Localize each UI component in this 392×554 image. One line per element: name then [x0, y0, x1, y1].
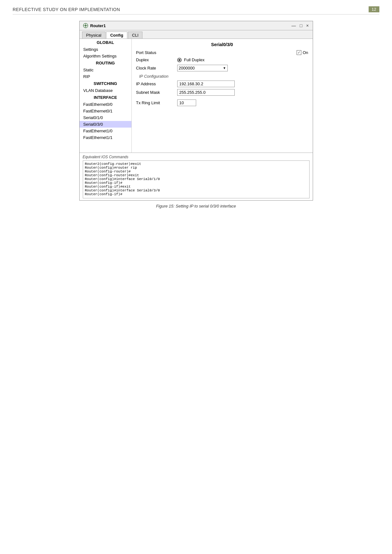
window-title-left: Router1 [83, 23, 106, 28]
port-status-checkbox-group: ✓ On [297, 50, 308, 55]
window-body: GLOBAL Settings Algorithm Settings ROUTI… [80, 39, 313, 153]
router-icon [83, 23, 88, 28]
sidebar-item-fastethernet1-1[interactable]: FastEthernet1/1 [80, 134, 131, 141]
cli-output[interactable]: Router2(config-router)#exit Router(confi… [83, 160, 310, 198]
minimize-button[interactable]: — [291, 23, 297, 28]
tx-ring-limit-input[interactable] [177, 99, 196, 106]
tx-ring-limit-label: Tx Ring Limit [136, 100, 177, 105]
main-content: Serial0/3/0 Port Status ✓ On Duplex Full… [132, 39, 313, 153]
ip-address-row: IP Address [136, 81, 308, 87]
window-titlebar: Router1 — □ × [80, 21, 313, 30]
tab-config[interactable]: Config [106, 32, 127, 39]
clock-rate-dropdown[interactable]: 2000000 ▼ [177, 65, 228, 71]
close-button[interactable]: × [305, 23, 309, 28]
sidebar-header-switching: SWITCHING [80, 80, 131, 87]
subnet-mask-input[interactable] [177, 89, 235, 96]
tab-cli[interactable]: CLI [128, 32, 142, 39]
duplex-radio[interactable] [177, 58, 182, 62]
sidebar: GLOBAL Settings Algorithm Settings ROUTI… [80, 39, 132, 153]
ip-address-label: IP Address [136, 81, 177, 86]
subnet-mask-label: Subnet Mask [136, 90, 177, 95]
tab-physical[interactable]: Physical [82, 32, 106, 39]
tx-ring-limit-row: Tx Ring Limit [136, 99, 308, 106]
maximize-button[interactable]: □ [299, 23, 303, 28]
router-window: Router1 — □ × Physical Config CLI GLOBAL… [79, 21, 313, 201]
cli-section: Equivalent IOS Commands Router2(config-r… [80, 153, 313, 200]
clock-rate-arrow-icon: ▼ [223, 66, 226, 70]
port-status-checkbox[interactable]: ✓ [297, 50, 301, 55]
window-tabs: Physical Config CLI [80, 30, 313, 39]
sidebar-item-settings[interactable]: Settings [80, 46, 131, 53]
sidebar-header-global: GLOBAL [80, 39, 131, 46]
port-status-label: Port Status [136, 50, 156, 55]
sidebar-item-fastethernet1-0[interactable]: FastEthernet1/0 [80, 128, 131, 134]
duplex-label: Duplex [136, 57, 177, 62]
window-controls: — □ × [291, 23, 310, 28]
svg-point-1 [85, 25, 86, 26]
window-title-text: Router1 [90, 23, 106, 28]
subnet-mask-row: Subnet Mask [136, 89, 308, 96]
sidebar-item-static[interactable]: Static [80, 67, 131, 73]
clock-rate-value: 2000000 ▼ [177, 65, 308, 71]
sidebar-item-algorithm-settings[interactable]: Algorithm Settings [80, 53, 131, 59]
page-title: REFLECTIVE STUDY ON ERP IMPLEMENTATION [13, 7, 120, 12]
sidebar-item-fastethernet0-1[interactable]: FastEthernet0/1 [80, 108, 131, 114]
ip-address-input[interactable] [177, 81, 235, 87]
port-status-on-label: On [303, 50, 308, 55]
sidebar-item-serial0-1-0[interactable]: Serial0/1/0 [80, 114, 131, 121]
sidebar-header-routing: ROUTING [80, 59, 131, 67]
cli-label: Equivalent IOS Commands [83, 155, 310, 159]
sidebar-item-vlan-database[interactable]: VLAN Database [80, 87, 131, 94]
figure-caption: Figure 15: Setting IP to serial 0/3/0 in… [13, 204, 379, 208]
section-title: Serial0/3/0 [136, 42, 308, 47]
page-number: 12 [369, 6, 379, 12]
duplex-text: Full Duplex [184, 57, 205, 62]
sidebar-item-serial0-3-0[interactable]: Serial0/3/0 [80, 121, 131, 128]
clock-rate-text: 2000000 [179, 66, 195, 70]
clock-rate-row: Clock Rate 2000000 ▼ [136, 65, 308, 71]
duplex-row: Duplex Full Duplex [136, 57, 308, 62]
clock-rate-label: Clock Rate [136, 66, 177, 70]
page-header: REFLECTIVE STUDY ON ERP IMPLEMENTATION 1… [13, 6, 379, 15]
sidebar-header-interface: INTERFACE [80, 94, 131, 101]
ip-config-header: IP Configuration [136, 74, 308, 79]
sidebar-item-fastethernet0-0[interactable]: FastEthernet0/0 [80, 101, 131, 108]
port-status-row: Port Status ✓ On [136, 50, 308, 55]
duplex-value: Full Duplex [177, 57, 308, 62]
sidebar-item-rip[interactable]: RIP [80, 73, 131, 80]
